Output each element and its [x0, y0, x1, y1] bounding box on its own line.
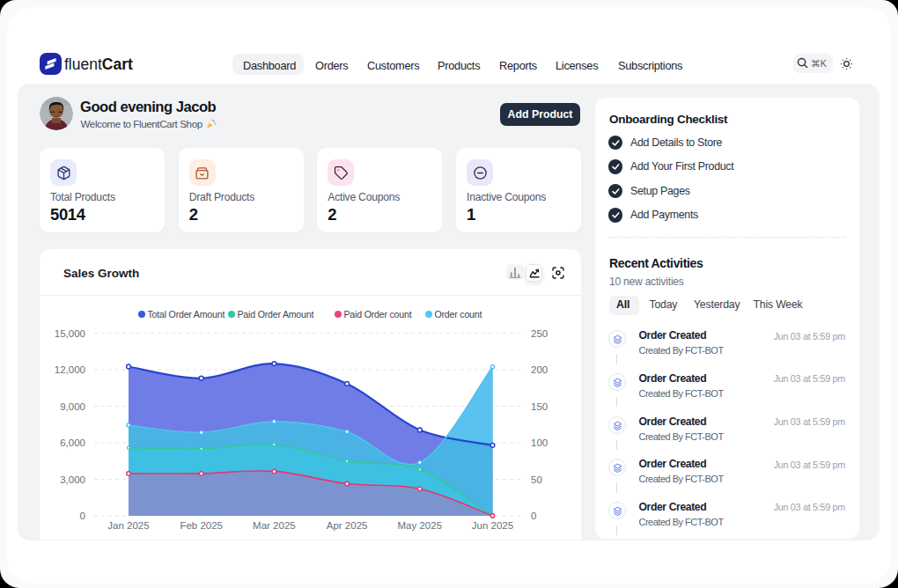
svg-text:Paid Order count: Paid Order count [344, 309, 412, 320]
svg-text:Total Order Amount: Total Order Amount [148, 309, 225, 320]
svg-text:Order count: Order count [435, 309, 482, 320]
svg-text:Paid Order Amount: Paid Order Amount [238, 309, 314, 320]
